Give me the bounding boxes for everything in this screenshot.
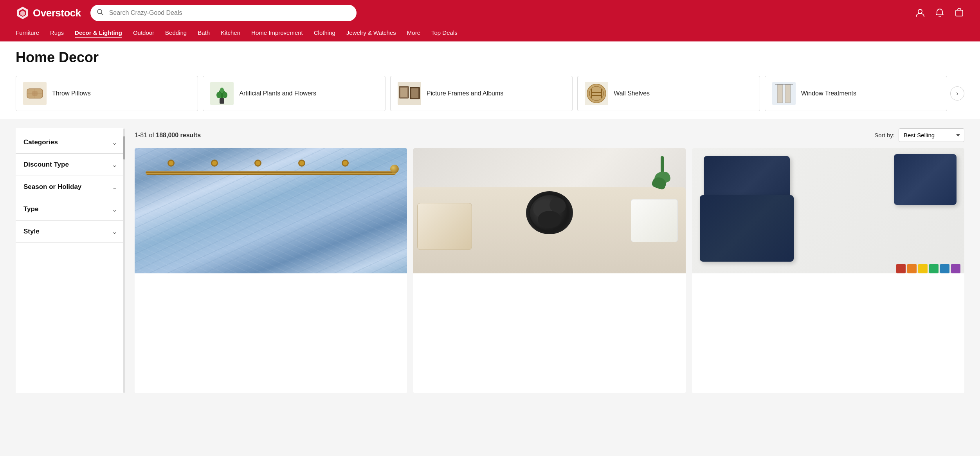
search-icon	[97, 9, 104, 17]
chevron-down-icon: ⌄	[112, 139, 117, 146]
product-card-curtains[interactable]	[135, 148, 407, 393]
svg-rect-23	[591, 95, 602, 96]
nav-bath[interactable]: Bath	[198, 29, 210, 38]
sort-select[interactable]: Best Selling Price: Low to High Price: H…	[899, 128, 964, 142]
category-card-frames[interactable]: Picture Frames and Albums	[390, 76, 573, 111]
page-title-area: Home Decor	[0, 41, 980, 72]
svg-rect-22	[591, 92, 602, 93]
sidebar-scrollbar	[123, 128, 125, 393]
header: Overstock	[0, 0, 980, 26]
sort-label: Sort by:	[874, 132, 895, 138]
page-title: Home Decor	[16, 49, 964, 66]
throw-pillows-label: Throw Pillows	[52, 90, 91, 98]
sidebar: Categories ⌄ Discount Type ⌄ Season or H…	[16, 128, 125, 393]
results-header: 1-81 of 188,000 results Sort by: Best Se…	[135, 128, 964, 142]
nav-jewelry[interactable]: Jewelry & Watches	[346, 29, 396, 38]
product-card-pillow[interactable]	[413, 148, 686, 393]
svg-rect-10	[32, 91, 38, 96]
plants-label: Artificial Plants and Flowers	[239, 90, 316, 98]
sort-area: Sort by: Best Selling Price: Low to High…	[874, 128, 964, 142]
plants-image	[210, 82, 234, 105]
product-image-navy-pillows	[692, 148, 964, 393]
filter-style-label: Style	[23, 228, 40, 235]
nav-more[interactable]: More	[407, 29, 420, 38]
chevron-down-icon-5: ⌄	[112, 228, 117, 235]
product-image-curtains	[135, 148, 407, 393]
svg-line-4	[101, 13, 103, 15]
filter-discount-type[interactable]: Discount Type ⌄	[16, 154, 125, 176]
product-grid	[135, 148, 964, 393]
filter-categories[interactable]: Categories ⌄	[16, 131, 125, 154]
window-image	[772, 82, 796, 105]
chevron-down-icon-3: ⌄	[112, 183, 117, 191]
svg-rect-19	[411, 88, 418, 98]
svg-rect-27	[785, 84, 791, 103]
svg-rect-26	[777, 84, 783, 103]
filter-season[interactable]: Season or Holiday ⌄	[16, 176, 125, 198]
svg-point-15	[220, 88, 224, 93]
nav-bar: Furniture Rugs Decor & Lighting Outdoor …	[0, 26, 980, 41]
frames-label: Picture Frames and Albums	[427, 90, 504, 98]
shelves-image	[585, 82, 608, 105]
window-label: Window Treatments	[801, 90, 856, 98]
nav-rugs[interactable]: Rugs	[50, 29, 64, 38]
chevron-down-icon-4: ⌄	[112, 206, 117, 213]
nav-bedding[interactable]: Bedding	[165, 29, 187, 38]
category-card-plants[interactable]: Artificial Plants and Flowers	[203, 76, 385, 111]
nav-top-deals[interactable]: Top Deals	[431, 29, 458, 38]
logo-icon	[16, 6, 30, 20]
svg-point-14	[223, 92, 227, 98]
category-scroll-area: Throw Pillows Artificial Plants and Flow…	[0, 72, 980, 119]
user-icon[interactable]	[915, 8, 925, 18]
nav-kitchen[interactable]: Kitchen	[221, 29, 240, 38]
cart-icon[interactable]	[954, 8, 964, 18]
results-count: 1-81 of 188,000 results	[135, 132, 201, 139]
svg-rect-6	[956, 10, 963, 16]
svg-point-5	[918, 9, 922, 13]
header-icons	[915, 8, 964, 18]
product-card-navy-pillows[interactable]	[692, 148, 964, 393]
nav-decor-lighting[interactable]: Decor & Lighting	[75, 29, 122, 38]
nav-clothing[interactable]: Clothing	[314, 29, 335, 38]
search-bar	[90, 5, 357, 21]
throw-pillows-image	[23, 82, 47, 105]
main-content: Categories ⌄ Discount Type ⌄ Season or H…	[0, 119, 980, 402]
svg-rect-11	[220, 98, 224, 104]
svg-point-13	[216, 92, 221, 98]
category-card-shelves[interactable]: Wall Shelves	[577, 76, 760, 111]
chevron-down-icon-2: ⌄	[112, 161, 117, 169]
svg-rect-24	[591, 89, 592, 98]
results-range: 1-81	[135, 132, 147, 138]
svg-rect-17	[400, 88, 407, 97]
filter-discount-label: Discount Type	[23, 161, 69, 169]
shelves-label: Wall Shelves	[614, 90, 650, 98]
results-total: 188,000 results	[156, 132, 201, 138]
logo[interactable]: Overstock	[16, 6, 81, 20]
svg-rect-25	[601, 89, 602, 98]
category-cards: Throw Pillows Artificial Plants and Flow…	[16, 76, 947, 111]
svg-point-20	[587, 84, 606, 103]
filter-style[interactable]: Style ⌄	[16, 221, 125, 243]
scroll-right-button[interactable]: ›	[950, 86, 964, 101]
filter-categories-label: Categories	[23, 138, 58, 146]
results-area: 1-81 of 188,000 results Sort by: Best Se…	[125, 128, 964, 393]
search-input[interactable]	[90, 5, 357, 21]
nav-furniture[interactable]: Furniture	[16, 29, 39, 38]
nav-outdoor[interactable]: Outdoor	[133, 29, 154, 38]
nav-home-improvement[interactable]: Home Improvement	[251, 29, 303, 38]
filter-type-label: Type	[23, 205, 38, 213]
filter-season-label: Season or Holiday	[23, 183, 81, 191]
category-card-window[interactable]: Window Treatments	[765, 76, 947, 111]
frames-image	[398, 82, 421, 105]
logo-text: Overstock	[33, 7, 81, 19]
filter-type[interactable]: Type ⌄	[16, 198, 125, 221]
sidebar-scrollbar-thumb	[123, 136, 125, 160]
category-card-throw-pillows[interactable]: Throw Pillows	[16, 76, 198, 111]
notification-icon[interactable]	[935, 8, 945, 18]
results-of: of	[149, 132, 156, 138]
product-image-pillow	[413, 148, 686, 393]
